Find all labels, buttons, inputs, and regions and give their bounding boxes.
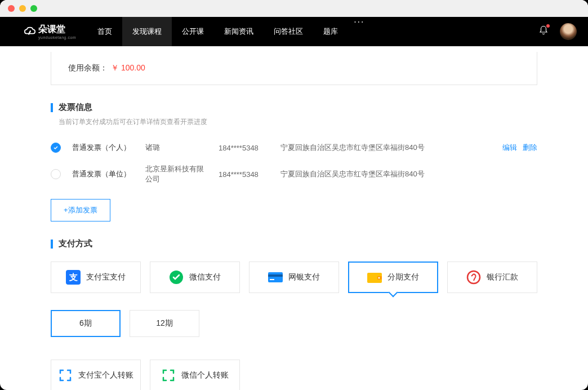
balance-value: ￥ 100.00 xyxy=(111,63,145,72)
transfer-label: 微信个人转账 xyxy=(181,370,229,380)
payment-options: 支 支付宝支付 微信支付 网银支付 xyxy=(51,262,537,293)
nav-home[interactable]: 首页 xyxy=(87,17,122,46)
nav-discover[interactable]: 发现课程 xyxy=(122,17,172,46)
invoice-section: 发票信息 当前订单支付成功后可在订单详情页查看开票进度 普通发票（个人） 诸璐 … xyxy=(51,102,537,221)
add-invoice-button[interactable]: +添加发票 xyxy=(51,199,110,221)
invoice-name: 北京昱新科技有限公司 xyxy=(145,164,207,184)
transfer-wechat[interactable]: 微信个人转账 xyxy=(150,360,240,390)
remittance-icon xyxy=(466,270,481,285)
nav-items: 首页 发现课程 公开课 新闻资讯 问答社区 题库 ··· xyxy=(87,17,370,46)
close-icon[interactable] xyxy=(8,5,15,12)
pay-label: 微信支付 xyxy=(189,272,221,282)
pay-remittance[interactable]: 银行汇款 xyxy=(447,262,537,293)
maximize-icon[interactable] xyxy=(30,5,37,12)
pay-wechat[interactable]: 微信支付 xyxy=(150,262,240,293)
wechat-icon xyxy=(169,270,184,285)
pay-label: 分期支付 xyxy=(387,272,419,282)
installment-options: 6期 12期 xyxy=(51,310,537,337)
installment-6[interactable]: 6期 xyxy=(51,310,121,337)
section-bar xyxy=(51,240,53,249)
minimize-icon[interactable] xyxy=(19,5,26,12)
navbar: 朵课堂 yunduoketang.com 首页 发现课程 公开课 新闻资讯 问答… xyxy=(0,17,588,46)
radio-unchecked-icon[interactable] xyxy=(51,169,61,179)
nav-news[interactable]: 新闻资讯 xyxy=(214,17,264,46)
svg-text:支: 支 xyxy=(69,272,78,282)
pay-bank[interactable]: 网银支付 xyxy=(249,262,339,293)
edit-link[interactable]: 编辑 xyxy=(502,143,517,153)
delete-link[interactable]: 删除 xyxy=(523,143,537,153)
scan-blue-icon xyxy=(58,368,73,383)
invoice-phone: 184****5348 xyxy=(219,144,269,152)
notification-bell[interactable] xyxy=(538,25,549,38)
logo[interactable]: 朵课堂 yunduoketang.com xyxy=(24,24,76,39)
radio-checked-icon[interactable] xyxy=(51,143,61,153)
wallet-icon xyxy=(367,270,382,285)
invoice-list: 普通发票（个人） 诸璐 184****5348 宁夏回族自治区吴忠市红寺堡区幸福… xyxy=(51,137,537,190)
balance-card: 使用余额：￥ 100.00 xyxy=(51,52,537,85)
section-header: 发票信息 xyxy=(51,102,537,113)
titlebar xyxy=(0,0,588,17)
pay-alipay[interactable]: 支 支付宝支付 xyxy=(51,262,141,293)
transfer-alipay[interactable]: 支付宝个人转账 xyxy=(51,360,141,390)
payment-section: 支付方式 支 支付宝支付 微信支付 xyxy=(51,238,537,390)
pay-label: 支付宝支付 xyxy=(86,272,126,282)
section-header: 支付方式 xyxy=(51,238,537,249)
logo-sub: yunduoketang.com xyxy=(38,36,76,39)
pay-label: 网银支付 xyxy=(288,272,320,282)
invoice-name: 诸璐 xyxy=(145,143,207,153)
app-window: 朵课堂 yunduoketang.com 首页 发现课程 公开课 新闻资讯 问答… xyxy=(0,0,588,390)
pay-label: 银行汇款 xyxy=(487,272,518,282)
transfer-options: 支付宝个人转账 微信个人转账 xyxy=(51,360,537,390)
invoice-phone: 184****5348 xyxy=(219,170,269,179)
svg-rect-5 xyxy=(270,279,274,280)
user-avatar[interactable] xyxy=(560,23,577,40)
invoice-subtitle: 当前订单支付成功后可在订单详情页查看开票进度 xyxy=(59,117,537,127)
nav-qa[interactable]: 问答社区 xyxy=(264,17,313,46)
invoice-title: 发票信息 xyxy=(59,102,92,113)
invoice-type: 普通发票（单位） xyxy=(72,169,134,179)
svg-point-8 xyxy=(378,277,380,279)
invoice-row-company[interactable]: 普通发票（单位） 北京昱新科技有限公司 184****5348 宁夏回族自治区吴… xyxy=(51,158,537,190)
logo-text: 朵课堂 xyxy=(38,24,76,36)
transfer-label: 支付宝个人转账 xyxy=(78,370,133,380)
content-area: 使用余额：￥ 100.00 发票信息 当前订单支付成功后可在订单详情页查看开票进… xyxy=(0,46,588,390)
nav-right xyxy=(538,23,577,40)
section-bar xyxy=(51,103,53,112)
balance-label: 使用余额： xyxy=(68,63,108,72)
invoice-actions: 编辑 删除 xyxy=(502,143,537,153)
svg-point-9 xyxy=(467,271,480,283)
scan-green-icon xyxy=(161,368,176,383)
nav-bank[interactable]: 题库 xyxy=(313,17,348,46)
invoice-type: 普通发票（个人） xyxy=(72,143,134,153)
cloud-icon xyxy=(24,25,36,38)
nav-more-icon[interactable]: ··· xyxy=(348,17,370,46)
payment-title: 支付方式 xyxy=(59,238,92,249)
notification-dot xyxy=(546,24,550,28)
invoice-row-personal[interactable]: 普通发票（个人） 诸璐 184****5348 宁夏回族自治区吴忠市红寺堡区幸福… xyxy=(51,137,537,158)
nav-public[interactable]: 公开课 xyxy=(172,17,214,46)
alipay-icon: 支 xyxy=(66,270,81,285)
svg-rect-4 xyxy=(268,274,283,277)
svg-rect-3 xyxy=(268,272,283,282)
invoice-address: 宁夏回族自治区吴忠市红寺堡区幸福街840号 xyxy=(280,169,537,179)
pay-installment[interactable]: 分期支付 xyxy=(348,262,438,293)
invoice-address: 宁夏回族自治区吴忠市红寺堡区幸福街840号 xyxy=(280,143,491,153)
installment-12[interactable]: 12期 xyxy=(130,310,199,337)
bank-card-icon xyxy=(268,270,283,285)
